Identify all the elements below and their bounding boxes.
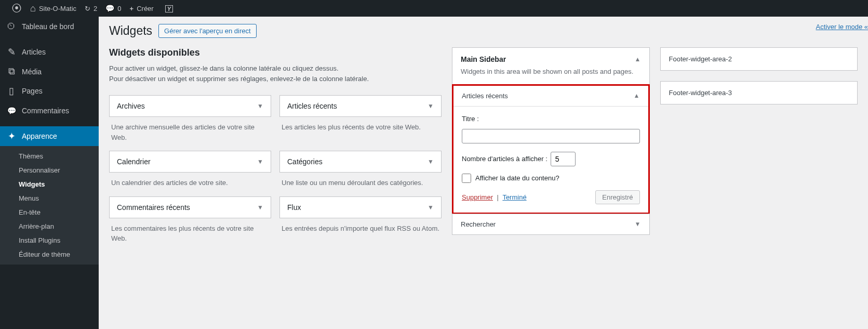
sidebar-main-header[interactable]: Main Sidebar ▲ Widgets in this area will… xyxy=(452,48,649,84)
available-widget-name: Articles récents xyxy=(287,102,337,110)
comment-icon xyxy=(5,105,18,116)
adminbar-comments[interactable]: 0 xyxy=(101,0,125,17)
widget-count-row: Nombre d'articles à afficher : xyxy=(462,152,640,166)
sidebar-footer-3-header[interactable]: Footer-widget-area-3 xyxy=(661,82,858,104)
submenu-appearance: Thèmes Personnaliser Widgets Menus En-tê… xyxy=(0,146,99,265)
available-widget-name: Commentaires récents xyxy=(117,203,190,212)
available-widget-chip[interactable]: Commentaires récents▼ xyxy=(109,196,271,218)
yoast-icon xyxy=(165,5,173,12)
submenu-install-plugins[interactable]: Install Plugins xyxy=(0,233,99,247)
available-widget-desc: Les commentaires les plus récents de vot… xyxy=(109,218,271,246)
media-icon xyxy=(5,66,18,77)
adminbar-site-name[interactable]: Site-O-Matic xyxy=(26,0,81,17)
refresh-icon xyxy=(85,5,90,12)
adminbar-wp-logo[interactable] xyxy=(4,0,26,17)
chevron-down-icon: ▼ xyxy=(257,158,263,165)
sidebar-main-desc: Widgets in this area will be shown on al… xyxy=(461,67,641,77)
home-icon xyxy=(30,3,36,14)
submenu-menus[interactable]: Menus xyxy=(0,191,99,205)
site-name-label: Site-O-Matic xyxy=(39,5,76,12)
sidebar-footer-2-header[interactable]: Footer-widget-area-2 xyxy=(661,48,858,70)
available-widgets-title: Widgets disponibles xyxy=(109,47,442,58)
available-widget-item: Calendrier▼Un calendrier des articles de… xyxy=(109,151,271,190)
accessibility-mode-link[interactable]: Activer le mode « xyxy=(816,23,868,31)
menu-comments[interactable]: Commentaires xyxy=(0,101,99,120)
available-widget-chip[interactable]: Archives▼ xyxy=(109,95,271,117)
admin-menu: Tableau de bord Articles Média Pages Com… xyxy=(0,17,99,329)
menu-appearance[interactable]: Apparence xyxy=(0,126,99,146)
comment-icon xyxy=(105,4,114,12)
available-widget-desc: Une archive mensuelle des articles de vo… xyxy=(109,117,271,144)
widget-count-input[interactable] xyxy=(551,152,576,166)
widget-title-input[interactable] xyxy=(462,129,640,143)
available-widget-item: Archives▼Une archive mensuelle des artic… xyxy=(109,95,271,144)
widget-search-title: Rechercher xyxy=(461,220,496,228)
sidebar-footer-2-title: Footer-widget-area-2 xyxy=(669,55,732,63)
widget-count-label: Nombre d'articles à afficher : xyxy=(462,155,547,163)
menu-posts-label: Articles xyxy=(22,48,46,56)
available-widget-name: Calendrier xyxy=(117,157,151,166)
adminbar-new[interactable]: Créer xyxy=(126,0,158,17)
menu-dashboard[interactable]: Tableau de bord xyxy=(0,17,99,36)
available-widget-desc: Une liste ou un menu déroulant des catég… xyxy=(279,173,442,190)
widget-showdate-label: Afficher la date du contenu? xyxy=(475,174,559,182)
submenu-editor[interactable]: Éditeur de thème xyxy=(0,247,99,261)
page-icon xyxy=(5,85,18,97)
widget-recent-posts: Articles récents ▲ Titre : Nombre d'arti… xyxy=(452,84,650,214)
widget-search-toggle[interactable]: Rechercher ▼ xyxy=(452,214,649,234)
menu-appearance-label: Apparence xyxy=(22,132,57,140)
widget-saved-button[interactable]: Enregistré xyxy=(595,190,639,204)
menu-media-label: Média xyxy=(22,68,42,76)
widget-recent-posts-title: Articles récents xyxy=(462,92,508,100)
menu-pages[interactable]: Pages xyxy=(0,81,99,101)
available-widget-item: Flux▼Les entrées depuis n'importe quel f… xyxy=(279,196,442,246)
chevron-down-icon: ▼ xyxy=(635,220,641,228)
adminbar-updates[interactable]: 2 xyxy=(81,0,101,17)
plus-icon xyxy=(130,5,134,12)
submenu-header[interactable]: En-tête xyxy=(0,205,99,219)
wordpress-icon xyxy=(11,3,22,15)
separator: | xyxy=(497,193,499,201)
comments-count: 0 xyxy=(117,5,121,12)
available-widget-name: Catégories xyxy=(287,157,323,166)
available-widgets-column: Widgets disponibles Pour activer un widg… xyxy=(109,47,442,246)
available-widget-name: Flux xyxy=(287,203,301,212)
sidebar-footer-3-title: Footer-widget-area-3 xyxy=(669,89,732,97)
available-widget-name: Archives xyxy=(117,102,145,110)
menu-posts[interactable]: Articles xyxy=(0,42,99,62)
available-widget-item: Commentaires récents▼Les commentaires le… xyxy=(109,196,271,246)
submenu-customize[interactable]: Personnaliser xyxy=(0,163,99,177)
menu-pages-label: Pages xyxy=(22,87,43,95)
widget-recent-posts-toggle[interactable]: Articles récents ▲ xyxy=(453,86,648,107)
manage-live-preview-button[interactable]: Gérer avec l'aperçu en direct xyxy=(158,24,257,38)
menu-dashboard-label: Tableau de bord xyxy=(22,22,74,31)
widget-showdate-checkbox[interactable] xyxy=(462,174,471,183)
menu-media[interactable]: Média xyxy=(0,62,99,81)
widget-action-links: Supprimer | Terminé xyxy=(462,193,527,201)
available-widgets-desc: Pour activer un widget, glissez-le dans … xyxy=(109,63,442,84)
submenu-themes[interactable]: Thèmes xyxy=(0,149,99,163)
menu-comments-label: Commentaires xyxy=(22,107,69,115)
available-widget-item: Articles récents▼Les articles les plus r… xyxy=(279,95,442,144)
adminbar: Site-O-Matic 2 0 Créer xyxy=(0,0,868,17)
main-content: Activer le mode « Widgets Gérer avec l'a… xyxy=(99,17,868,329)
available-widget-chip[interactable]: Articles récents▼ xyxy=(279,95,442,117)
widget-done-link[interactable]: Terminé xyxy=(502,193,526,201)
sidebar-footer-2: Footer-widget-area-2 xyxy=(660,47,858,71)
adminbar-yoast[interactable] xyxy=(158,0,177,17)
available-widget-desc: Les entrées depuis n'importe quel flux R… xyxy=(279,218,442,236)
widget-title-label: Titre : xyxy=(462,115,640,123)
available-widget-chip[interactable]: Catégories▼ xyxy=(279,151,442,173)
updates-count: 2 xyxy=(94,5,97,12)
submenu-widgets[interactable]: Widgets xyxy=(0,177,99,191)
available-widget-chip[interactable]: Flux▼ xyxy=(279,196,442,218)
pin-icon xyxy=(5,46,18,58)
sidebar-main: Main Sidebar ▲ Widgets in this area will… xyxy=(452,47,650,235)
gauge-icon xyxy=(5,21,18,32)
sidebar-main-title: Main Sidebar xyxy=(461,55,506,63)
submenu-background[interactable]: Arrière-plan xyxy=(0,219,99,233)
available-widget-chip[interactable]: Calendrier▼ xyxy=(109,151,271,173)
page-title: Widgets xyxy=(109,24,152,38)
widget-delete-link[interactable]: Supprimer xyxy=(462,193,493,201)
chevron-down-icon: ▼ xyxy=(428,158,434,165)
